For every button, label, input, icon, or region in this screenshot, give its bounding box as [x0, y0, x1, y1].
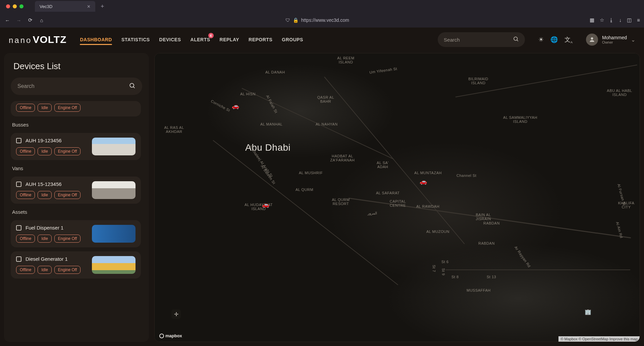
map-road-label: Corniche St — [210, 99, 231, 112]
map-attribution[interactable]: © Mapbox © OpenStreetMap Improve this ma… — [558, 336, 640, 342]
reload-button[interactable]: ⟳ — [27, 17, 34, 23]
back-button[interactable]: ← — [4, 17, 11, 23]
map-road-label: Ar Rayyan Rd — [514, 245, 532, 268]
device-thumbnail — [92, 256, 136, 274]
map-panel[interactable]: Abu Dhabi AL REEM ISLAND AL DANAH BILRIM… — [154, 53, 640, 342]
global-search-input[interactable] — [444, 37, 513, 43]
url-box[interactable]: 🛡 🔒 https://www.vec3d.com — [50, 17, 585, 23]
status-tag-engine-off: Engine Off — [54, 266, 80, 274]
tab-bar: Vec3D ✕ + — [0, 0, 644, 13]
svg-point-3 — [130, 83, 134, 87]
device-card[interactable]: Diesel Generator 1 Offline Idle Engine O… — [11, 251, 141, 279]
map-label: AL DANAH — [265, 70, 285, 74]
global-search[interactable] — [438, 32, 525, 47]
home-button[interactable]: ⌂ — [38, 17, 45, 23]
nav-replay[interactable]: REPLAY — [220, 31, 239, 48]
maximize-window-button[interactable] — [19, 4, 23, 8]
map-label: AL MUZOUN — [426, 230, 449, 234]
search-icon[interactable] — [513, 36, 519, 44]
sidebar-search-input[interactable] — [17, 83, 129, 89]
brand-logo[interactable]: nanoVOLTZ — [9, 34, 66, 45]
browser-tab[interactable]: Vec3D ✕ — [35, 1, 95, 12]
browser-chrome: Vec3D ✕ + ← → ⟳ ⌂ 🛡 🔒 https://www.vec3d.… — [0, 0, 644, 28]
svg-point-2 — [591, 37, 593, 40]
map-label: AL MUNTAZAH — [413, 171, 443, 175]
qr-icon[interactable]: ▦ — [590, 17, 594, 23]
map-road-label: Um Yifeenah St — [369, 66, 397, 74]
user-name: Mohammed — [602, 35, 627, 40]
address-bar: ← → ⟳ ⌂ 🛡 🔒 https://www.vec3d.com ▦ ☆ ⭳ … — [0, 13, 644, 28]
nav-devices[interactable]: DEVICES — [159, 31, 181, 48]
user-menu[interactable]: Mohammed Owner ⌄ — [586, 34, 635, 46]
search-icon[interactable] — [129, 82, 136, 91]
status-tag-offline: Offline — [16, 191, 35, 199]
device-card[interactable]: AUH 19-123456 Offline Idle Engine Off — [11, 133, 141, 160]
top-utility-icons: ☀ 🌐 文A — [538, 36, 573, 44]
vehicle-marker[interactable]: 🚗 — [262, 202, 269, 207]
nav-reports[interactable]: REPORTS — [249, 31, 272, 48]
status-tag-engine-off: Engine Off — [54, 191, 80, 199]
map-road-label: المرور — [368, 211, 377, 215]
map-label: AL RAS AL AKHDAR — [161, 126, 187, 134]
extensions-icon[interactable]: ◫ — [627, 17, 632, 23]
svg-point-0 — [514, 37, 518, 41]
map-road-label: St 8 — [451, 275, 459, 279]
close-tab-icon[interactable]: ✕ — [87, 4, 91, 9]
url-right-icons: ▦ ☆ — [590, 17, 604, 23]
device-checkbox[interactable] — [16, 138, 21, 143]
shield-icon: 🛡 — [285, 17, 290, 23]
device-name: Fuel Dispenser 1 — [25, 225, 63, 231]
close-window-button[interactable] — [6, 4, 10, 8]
device-card[interactable]: Offline Idle Engine Off — [11, 101, 141, 116]
map-building-icon[interactable]: 🏢 — [583, 307, 593, 316]
status-tag-offline: Offline — [16, 104, 35, 112]
nav-statistics[interactable]: STATISTICS — [121, 31, 150, 48]
theme-toggle-icon[interactable]: ☀ — [538, 36, 544, 43]
lock-icon: 🔒 — [293, 17, 299, 23]
translate-icon[interactable]: 文A — [565, 36, 573, 44]
vehicle-marker[interactable]: 🚗 — [232, 104, 239, 108]
nav-dashboard[interactable]: DASHBOARD — [80, 31, 112, 48]
bookmark-star-icon[interactable]: ☆ — [600, 17, 604, 23]
map-road-label: Al Fursan St — [617, 183, 627, 206]
device-checkbox[interactable] — [16, 225, 21, 231]
device-name: AUH 19-123456 — [25, 138, 62, 143]
forward-button[interactable]: → — [15, 17, 22, 23]
map-road-label: Channel St — [457, 174, 476, 178]
map-road-label: St 9 — [441, 268, 445, 276]
map-label: AL REEM ISLAND — [332, 56, 359, 64]
map-locate-button[interactable]: ✛ — [171, 309, 181, 319]
status-tag-offline: Offline — [16, 147, 35, 155]
device-checkbox[interactable] — [16, 182, 21, 187]
nav-groups[interactable]: GROUPS — [282, 31, 303, 48]
status-tag-offline: Offline — [16, 266, 35, 274]
nav-alerts[interactable]: ALERTS 4 — [191, 31, 210, 48]
minimize-window-button[interactable] — [13, 4, 17, 8]
downloads-icon[interactable]: ↓ — [619, 17, 622, 23]
device-checkbox[interactable] — [16, 256, 21, 262]
menu-icon[interactable]: ≡ — [637, 17, 640, 23]
sidebar-search[interactable] — [11, 78, 142, 95]
app-root: nanoVOLTZ DASHBOARD STATISTICS DEVICES A… — [0, 28, 644, 346]
new-tab-button[interactable]: + — [98, 3, 107, 10]
main-content: Devices List Offline Idle Engine Off — [0, 52, 644, 346]
map-label: AL HUDAYRIAT ISLAND — [240, 203, 277, 211]
devices-sidebar: Devices List Offline Idle Engine Off — [4, 53, 149, 342]
map-canvas[interactable]: Abu Dhabi AL REEM ISLAND AL DANAH BILRIM… — [155, 53, 640, 342]
svg-line-1 — [517, 40, 518, 41]
device-card[interactable]: Fuel Dispenser 1 Offline Idle Engine Off — [11, 220, 141, 247]
globe-icon[interactable]: 🌐 — [550, 36, 558, 43]
device-name: AUH 15-123456 — [25, 181, 62, 187]
device-list[interactable]: Offline Idle Engine Off Busses AUH 19-12… — [11, 101, 142, 334]
mapbox-logo[interactable]: mapbox — [159, 333, 182, 338]
brand-part2: VOLTZ — [33, 34, 66, 45]
pocket-icon[interactable]: ⭳ — [609, 17, 614, 23]
sidebar-title: Devices List — [11, 61, 142, 71]
user-role: Owner — [602, 40, 627, 44]
mapbox-icon — [159, 334, 164, 338]
vehicle-marker[interactable]: 🚗 — [420, 179, 427, 184]
device-name: Diesel Generator 1 — [25, 256, 68, 262]
status-tag-engine-off: Engine Off — [54, 235, 80, 243]
alerts-badge: 4 — [208, 33, 214, 38]
device-card[interactable]: AUH 15-123456 Offline Idle Engine Off — [11, 177, 141, 204]
